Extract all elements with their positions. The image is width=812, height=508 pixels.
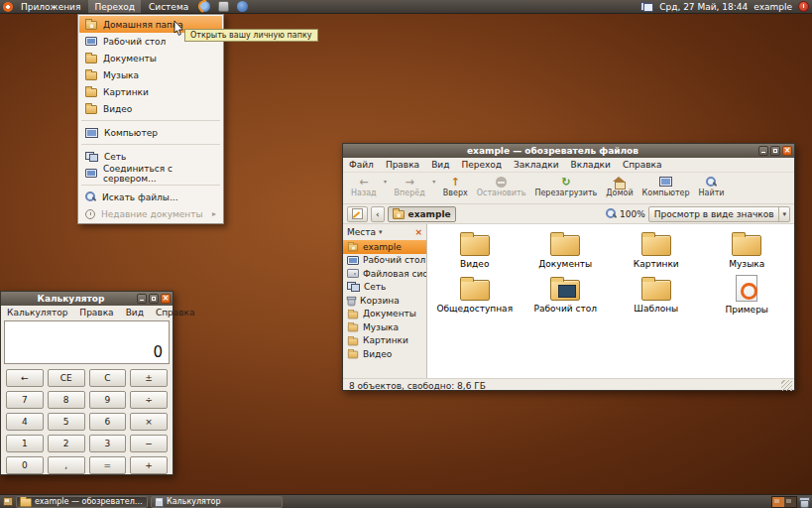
breadcrumb-scroll-left-button[interactable] xyxy=(371,206,385,222)
sidebar-item-filesystem[interactable]: Файловая сист... xyxy=(343,267,426,281)
places-item-connect-server[interactable]: Соединиться с сервером... xyxy=(79,165,222,182)
file-desktop[interactable]: Рабочий стол xyxy=(521,275,612,319)
trash-applet-icon[interactable] xyxy=(800,498,809,508)
calc-button-subtract[interactable]: − xyxy=(130,435,168,452)
launcher-icon[interactable] xyxy=(218,1,229,12)
view-mode-dropdown[interactable]: Просмотр в виде значков xyxy=(648,206,790,222)
breadcrumb-button[interactable]: example xyxy=(388,206,456,222)
sidebar-close-icon[interactable] xyxy=(414,228,422,237)
fm-menu-help[interactable]: Справка xyxy=(617,160,668,170)
forward-button[interactable]: Вперёд xyxy=(391,174,429,203)
back-history-dropdown-icon[interactable] xyxy=(382,174,390,203)
zoom-icon[interactable] xyxy=(606,208,617,219)
calc-titlebar[interactable]: Калькулятор xyxy=(1,292,173,306)
sidebar-item-pictures[interactable]: Картинки xyxy=(343,334,426,348)
calc-button-9[interactable]: 9 xyxy=(89,391,127,409)
sidebar-item-music[interactable]: Музыка xyxy=(343,320,426,334)
calc-menu-calculator[interactable]: Калькулятор xyxy=(1,308,73,318)
close-icon[interactable] xyxy=(782,146,792,156)
calc-menu-view[interactable]: Вид xyxy=(120,308,150,318)
calc-button-decimal[interactable]: , xyxy=(48,456,85,474)
calc-button-5[interactable]: 5 xyxy=(48,413,85,431)
minimize-icon[interactable] xyxy=(137,294,147,304)
close-icon[interactable] xyxy=(161,294,171,304)
user-switcher[interactable]: example xyxy=(754,2,792,12)
forward-history-dropdown-icon[interactable] xyxy=(430,174,438,203)
calc-button-multiply[interactable]: × xyxy=(130,413,168,431)
file-public[interactable]: Общедоступная xyxy=(429,275,521,319)
menu-system[interactable]: Система xyxy=(143,0,194,13)
fm-titlebar[interactable]: example — обозреватель файлов xyxy=(343,144,794,158)
show-desktop-icon[interactable] xyxy=(3,497,13,506)
file-music[interactable]: Музыка xyxy=(702,230,793,275)
calc-button-1[interactable]: 1 xyxy=(6,435,44,452)
minimize-icon[interactable] xyxy=(758,146,768,156)
places-item-search-files[interactable]: Искать файлы... xyxy=(79,189,222,205)
file-templates[interactable]: Шаблоны xyxy=(611,275,702,319)
calc-button-divide[interactable]: ÷ xyxy=(130,391,168,409)
calc-button-8[interactable]: 8 xyxy=(48,391,85,409)
help-launcher-icon[interactable] xyxy=(237,1,248,12)
file-pictures[interactable]: Картинки xyxy=(611,230,702,275)
clock-applet[interactable]: Срд, 27 Май, 18:44 xyxy=(659,2,748,12)
calc-button-2[interactable]: 2 xyxy=(48,435,85,452)
calc-button-add[interactable]: + xyxy=(130,456,168,474)
calc-menu-edit[interactable]: Правка xyxy=(73,308,119,318)
file-examples[interactable]: Примеры xyxy=(702,275,793,319)
places-item-documents[interactable]: Документы xyxy=(79,50,222,66)
taskbar-item-calculator[interactable]: Калькулятор xyxy=(151,496,283,508)
places-item-music[interactable]: Музыка xyxy=(79,66,222,83)
firefox-launcher-icon[interactable] xyxy=(199,1,210,12)
workspace-1[interactable] xyxy=(772,497,784,507)
places-item-pictures[interactable]: Картинки xyxy=(79,83,222,100)
calc-button-clear[interactable]: C xyxy=(89,369,127,387)
fm-menu-go[interactable]: Переход xyxy=(455,160,508,170)
calc-button-0[interactable]: 0 xyxy=(6,456,44,474)
fm-menu-bookmarks[interactable]: Закладки xyxy=(508,160,565,170)
places-item-recent-documents[interactable]: Недавние документы xyxy=(79,205,222,222)
up-button[interactable]: Вверх xyxy=(439,174,472,203)
places-item-network[interactable]: Сеть xyxy=(79,148,222,165)
places-item-video[interactable]: Видео xyxy=(79,100,222,117)
home-button[interactable]: Домой xyxy=(602,174,637,203)
stop-button[interactable]: Остановить xyxy=(473,174,530,203)
file-documents[interactable]: Документы xyxy=(521,230,612,275)
places-item-computer[interactable]: Компьютер xyxy=(79,124,222,141)
calc-button-6[interactable]: 6 xyxy=(89,413,127,431)
fm-menu-file[interactable]: Файл xyxy=(343,160,380,170)
back-button[interactable]: Назад xyxy=(347,174,381,203)
calc-menu-help[interactable]: Справка xyxy=(150,308,201,318)
computer-button[interactable]: Компьютер xyxy=(638,174,694,203)
sidebar-item-network[interactable]: Сеть xyxy=(343,281,426,295)
calc-button-sign[interactable]: ± xyxy=(130,369,168,387)
maximize-icon[interactable] xyxy=(770,146,780,156)
sidebar-item-video[interactable]: Видео xyxy=(343,347,426,361)
sidebar-item-desktop[interactable]: Рабочий стол xyxy=(343,254,426,268)
shutdown-icon[interactable] xyxy=(798,1,809,12)
workspace-2[interactable] xyxy=(784,497,796,507)
fm-menu-edit[interactable]: Правка xyxy=(380,160,425,170)
menu-applications[interactable]: Приложения xyxy=(15,0,86,13)
sidebar-item-example[interactable]: example xyxy=(343,240,426,254)
calc-button-3[interactable]: 3 xyxy=(89,435,127,452)
calc-button-4[interactable]: 4 xyxy=(6,413,44,431)
menu-places[interactable]: Переход xyxy=(88,0,141,13)
fm-menu-view[interactable]: Вид xyxy=(425,160,455,170)
sidebar-item-trash[interactable]: Корзина xyxy=(343,294,426,308)
maximize-icon[interactable] xyxy=(149,294,159,304)
calc-button-clear-entry[interactable]: CE xyxy=(48,369,85,387)
calc-button-7[interactable]: 7 xyxy=(6,391,44,409)
fm-menu-tabs[interactable]: Вкладки xyxy=(565,160,617,170)
taskbar-item-file-manager[interactable]: example — обозреватель файлов... xyxy=(16,496,148,508)
resize-grip[interactable] xyxy=(781,380,792,391)
file-video[interactable]: Видео xyxy=(429,230,521,275)
sidebar-places-combo[interactable]: Места xyxy=(343,224,426,240)
calc-button-equals[interactable]: = xyxy=(89,456,127,474)
network-status-icon[interactable] xyxy=(640,2,653,12)
reload-button[interactable]: Перезагрузить xyxy=(530,174,601,203)
menu-separator xyxy=(81,120,220,121)
edit-location-button[interactable] xyxy=(347,206,368,222)
calc-button-backspace[interactable]: ← xyxy=(6,369,44,387)
sidebar-item-documents[interactable]: Документы xyxy=(343,308,426,321)
search-button[interactable]: Найти xyxy=(695,174,729,203)
